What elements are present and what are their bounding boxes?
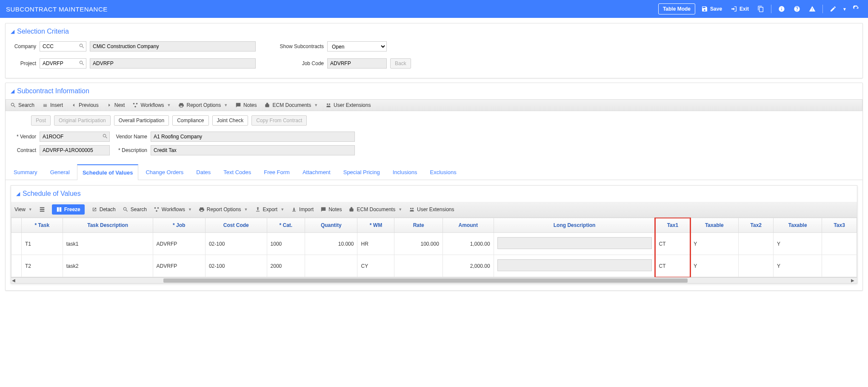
cell-tax1[interactable]: CT <box>655 255 690 277</box>
cell-tax3[interactable] <box>822 255 857 277</box>
scroll-thumb[interactable] <box>163 278 688 283</box>
toolbar-user-extensions[interactable]: User Extensions <box>326 102 371 108</box>
table-row[interactable]: T1 task1 ADVRFP 02-100 1000 10.000 HR 10… <box>11 233 857 255</box>
tab-dates[interactable]: Dates <box>191 164 216 180</box>
cell-cat[interactable]: 2000 <box>267 255 305 277</box>
tab-general[interactable]: General <box>45 164 75 180</box>
cell-cost-code[interactable]: 02-100 <box>205 233 267 255</box>
sov-format-icon[interactable] <box>39 206 45 212</box>
help-icon-button[interactable] <box>791 3 803 14</box>
original-participation-button[interactable]: Original Participation <box>54 115 111 126</box>
sov-user-extensions[interactable]: User Extensions <box>409 206 454 212</box>
toolbar-workflows[interactable]: Workflows▼ <box>132 102 171 108</box>
cell-amount[interactable]: 2,000.00 <box>443 255 494 277</box>
tab-change-orders[interactable]: Change Orders <box>140 164 189 180</box>
cell-taxable2[interactable]: Y <box>774 255 822 277</box>
vendor-lookup[interactable] <box>40 132 110 142</box>
back-button[interactable]: Back <box>390 58 411 69</box>
col-taxable1[interactable]: Taxable <box>690 218 739 233</box>
col-tax2[interactable]: Tax2 <box>739 218 774 233</box>
col-wm[interactable]: * WM <box>357 218 394 233</box>
info-icon-button[interactable] <box>776 3 788 14</box>
sov-detach[interactable]: Detach <box>91 206 116 212</box>
col-cat[interactable]: * Cat. <box>267 218 305 233</box>
cell-wm[interactable]: HR <box>357 233 394 255</box>
tab-schedule-of-values[interactable]: Schedule of Values <box>77 164 139 180</box>
section-header[interactable]: ◢ Subcontract Information <box>6 83 862 99</box>
col-taxable2[interactable]: Taxable <box>774 218 822 233</box>
refresh-icon-button[interactable] <box>850 3 862 14</box>
long-description-input[interactable] <box>497 259 652 271</box>
cell-long-desc[interactable] <box>494 255 655 277</box>
col-task[interactable]: * Task <box>22 218 63 233</box>
cell-task-desc[interactable]: task1 <box>63 233 153 255</box>
exit-button[interactable]: Exit <box>728 3 751 14</box>
cell-tax2[interactable] <box>739 255 774 277</box>
toolbar-next[interactable]: Next <box>106 102 125 108</box>
col-job[interactable]: * Job <box>153 218 205 233</box>
cell-task-desc[interactable]: task2 <box>63 255 153 277</box>
toolbar-report-options[interactable]: Report Options▼ <box>178 102 228 108</box>
cell-amount[interactable]: 1,000.00 <box>443 233 494 255</box>
cell-tax1[interactable]: CT <box>655 233 690 255</box>
sov-export[interactable]: Export▼ <box>255 206 285 212</box>
toolbar-insert[interactable]: Insert <box>42 102 63 108</box>
col-cost-code[interactable]: Cost Code <box>205 218 267 233</box>
project-lookup[interactable] <box>40 58 86 69</box>
cell-taxable1[interactable]: Y <box>690 255 739 277</box>
show-subcontracts-select[interactable]: Open <box>327 41 387 52</box>
tab-inclusions[interactable]: Inclusions <box>387 164 423 180</box>
col-tax3[interactable]: Tax3 <box>822 218 857 233</box>
sov-header[interactable]: ◢ Schedule of Values <box>11 186 857 202</box>
col-rate[interactable]: Rate <box>394 218 443 233</box>
tab-attachment[interactable]: Attachment <box>297 164 336 180</box>
col-task-desc[interactable]: Task Description <box>63 218 153 233</box>
cell-rate[interactable] <box>394 255 443 277</box>
sov-freeze[interactable]: Freeze <box>52 204 85 215</box>
alert-icon-button[interactable] <box>806 3 818 14</box>
toolbar-search[interactable]: Search <box>10 102 34 108</box>
sov-notes[interactable]: Notes <box>320 206 342 212</box>
long-description-input[interactable] <box>497 237 652 249</box>
cell-cat[interactable]: 1000 <box>267 233 305 255</box>
overall-participation-button[interactable]: Overall Participation <box>114 115 169 126</box>
scroll-right-icon[interactable]: ▶ <box>851 278 856 283</box>
tab-special-pricing[interactable]: Special Pricing <box>338 164 385 180</box>
col-long-desc[interactable]: Long Description <box>494 218 655 233</box>
section-header[interactable]: ◢ Selection Criteria <box>6 23 862 40</box>
toolbar-notes[interactable]: Notes <box>235 102 257 108</box>
compliance-button[interactable]: Compliance <box>172 115 208 126</box>
cell-tax2[interactable] <box>739 233 774 255</box>
cell-long-desc[interactable] <box>494 233 655 255</box>
tab-exclusions[interactable]: Exclusions <box>425 164 462 180</box>
company-lookup[interactable] <box>40 41 86 52</box>
cell-wm[interactable]: CY <box>357 255 394 277</box>
cell-task[interactable]: T1 <box>22 233 63 255</box>
sov-workflows[interactable]: Workflows▼ <box>154 206 192 212</box>
col-tax1[interactable]: Tax1 <box>655 218 690 233</box>
cell-quantity[interactable] <box>305 255 357 277</box>
cell-tax3[interactable] <box>822 233 857 255</box>
table-mode-button[interactable]: Table Mode <box>658 3 695 14</box>
dropdown-caret[interactable]: ▼ <box>842 7 847 11</box>
cell-rate[interactable]: 100.000 <box>394 233 443 255</box>
col-amount[interactable]: Amount <box>443 218 494 233</box>
tab-text-codes[interactable]: Text Codes <box>218 164 257 180</box>
edit-icon-button[interactable] <box>827 3 839 14</box>
vendor-input[interactable] <box>40 132 110 142</box>
tab-free-form[interactable]: Free Form <box>258 164 295 180</box>
toolbar-previous[interactable]: Previous <box>71 102 99 108</box>
cell-taxable2[interactable]: Y <box>774 233 822 255</box>
cell-task[interactable]: T2 <box>22 255 63 277</box>
copy-icon-button[interactable] <box>755 3 767 14</box>
copy-from-contract-button[interactable]: Copy From Contract <box>251 115 307 126</box>
save-button[interactable]: Save <box>699 3 725 14</box>
table-row[interactable]: T2 task2 ADVRFP 02-100 2000 CY 2,000.00 … <box>11 255 857 277</box>
sov-search[interactable]: Search <box>123 206 147 212</box>
col-quantity[interactable]: Quantity <box>305 218 357 233</box>
sov-view[interactable]: View▼ <box>14 206 32 212</box>
sov-ecm-documents[interactable]: ECM Documents▼ <box>348 206 402 212</box>
sov-report-options[interactable]: Report Options▼ <box>199 206 248 212</box>
cell-taxable1[interactable]: Y <box>690 233 739 255</box>
cell-cost-code[interactable]: 02-100 <box>205 255 267 277</box>
